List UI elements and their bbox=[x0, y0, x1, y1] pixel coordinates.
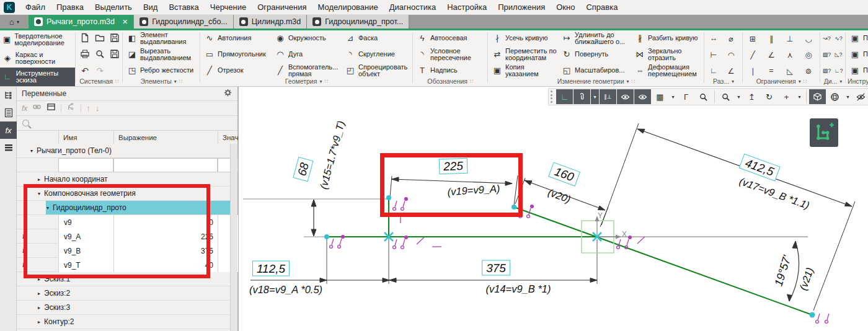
arc-dimension-icon[interactable]: ◠ bbox=[725, 50, 737, 60]
move-down-icon[interactable]: ↓ bbox=[95, 104, 100, 113]
rotate-button[interactable]: ↻Повернуть bbox=[558, 46, 631, 63]
concentric-constraint-icon[interactable]: ◎ bbox=[802, 50, 815, 60]
move-up-icon[interactable]: ↑ bbox=[86, 104, 91, 113]
tree-row-part[interactable]: ▾ Рычаги_прото (Тел-0) bbox=[17, 144, 230, 158]
menu-edit[interactable]: Правка bbox=[51, 2, 89, 12]
check-triangle-icon[interactable]: ◺? bbox=[833, 51, 845, 58]
menu-settings[interactable]: Настройка bbox=[441, 2, 492, 12]
toolbar-grip-handle[interactable] bbox=[551, 89, 556, 104]
menu-window[interactable]: Окно bbox=[551, 2, 580, 12]
collapse-icon[interactable]: ▸ bbox=[38, 305, 40, 311]
add-variable-fx-icon[interactable]: fx bbox=[22, 104, 27, 113]
section-dropdown-icon[interactable]: ▾ bbox=[839, 79, 842, 84]
panel-scrollbar[interactable] bbox=[230, 144, 237, 331]
angle-constraint-icon[interactable]: ∠ bbox=[765, 50, 777, 60]
auto-axis-button[interactable]: ϟАвтоосевая bbox=[414, 30, 487, 46]
fillet-button[interactable]: ◝Скругление bbox=[342, 46, 412, 63]
bisector-constraint-icon[interactable]: ⋏ bbox=[784, 50, 796, 60]
tree-row-sketch3[interactable]: ▸ Эскиз:3 bbox=[17, 301, 230, 315]
split-curve-button[interactable]: ∦Разбить кривую bbox=[631, 30, 704, 46]
tab-gidrocilindr-prot[interactable]: Гидроцилиндр_прот... bbox=[307, 15, 409, 29]
panel-menu-icon[interactable] bbox=[0, 139, 17, 156]
snap-constraint-icon[interactable]: ⊞ bbox=[746, 34, 759, 43]
expand-icon[interactable]: ▾ bbox=[30, 148, 33, 154]
section-dropdown-icon[interactable]: ▾ bbox=[174, 79, 177, 84]
angular-dimension-icon[interactable]: ∟ bbox=[707, 66, 720, 75]
symmetry-constraint-icon[interactable]: ◺ bbox=[784, 66, 796, 76]
mode-solid-modeling[interactable]: ▣ Твердотельное моделирование bbox=[0, 30, 75, 49]
open-document-icon[interactable] bbox=[95, 33, 105, 45]
dimension-375-formula[interactable]: (v14=v9_B *1) bbox=[485, 283, 551, 295]
autoline-button[interactable]: ∿Автолиния bbox=[201, 30, 272, 46]
conditional-intersection-button[interactable]: ◝Условное пересечение bbox=[414, 46, 487, 63]
redo-icon[interactable]: ↷ bbox=[96, 66, 104, 76]
zoom-dropdown-icon[interactable]: ▾ bbox=[735, 89, 743, 104]
panel-settings-gear-icon[interactable] bbox=[223, 88, 232, 99]
cut-extrude-button[interactable]: ◪Вырезать выдавливанием bbox=[123, 46, 200, 63]
new-expression-cell[interactable] bbox=[113, 158, 218, 172]
vertical-constraint-icon[interactable]: ∣ bbox=[746, 66, 759, 76]
save-as-icon[interactable] bbox=[110, 49, 120, 61]
show-constraints-button[interactable] bbox=[617, 89, 634, 104]
move-by-coordinates-button[interactable]: ⇄Переместить по координатам bbox=[489, 46, 558, 63]
zoom-area-button[interactable] bbox=[695, 89, 712, 104]
rotate-view-button[interactable]: ↻ bbox=[761, 89, 777, 104]
specification-icon[interactable] bbox=[0, 104, 17, 121]
column-header-expression[interactable]: Выражение bbox=[113, 131, 218, 144]
attach-dropdown-icon[interactable]: ▾ bbox=[591, 89, 599, 104]
pick-object-button[interactable]: ▣Подо... объек... bbox=[846, 30, 868, 46]
equidistant-constraint-icon[interactable]: ⊚ bbox=[802, 66, 815, 76]
check-smoothness-icon[interactable]: ∿? bbox=[833, 35, 845, 42]
menu-constraints[interactable]: Ограничения bbox=[252, 2, 312, 12]
cs-dropdown-icon[interactable]: ▾ bbox=[795, 89, 804, 104]
home-icon[interactable]: ⌂ bbox=[9, 17, 14, 27]
linear-dimension-icon[interactable]: ↔ bbox=[707, 34, 720, 43]
mode-wireframe-surfaces[interactable]: ◈ Каркас и поверхности bbox=[0, 49, 75, 68]
tree-row-sketch2[interactable]: ▸ Эскиз:2 bbox=[17, 286, 230, 301]
close-tab-icon[interactable]: ✕ bbox=[122, 18, 128, 26]
menu-draw[interactable]: Черчение bbox=[205, 2, 252, 12]
save-icon[interactable] bbox=[110, 33, 120, 45]
parallel-constraint-icon[interactable]: ∥ bbox=[765, 34, 777, 43]
check-curve-icon[interactable]: ↝? bbox=[821, 35, 833, 42]
dimension-112-formula[interactable]: (v18=v9_A *0.5) bbox=[249, 284, 322, 296]
menu-help[interactable]: Справка bbox=[580, 2, 623, 12]
grid-button[interactable]: ▦ bbox=[652, 89, 668, 104]
collapse-icon[interactable]: ▸ bbox=[38, 291, 40, 296]
trim-curve-button[interactable]: ∤Усечь кривую bbox=[489, 30, 558, 46]
tab-rychagi-proto[interactable]: Рычаги_прото.m3d ✕ bbox=[29, 15, 134, 29]
angle-dimension-icon[interactable]: ∠ bbox=[725, 66, 737, 76]
print-icon[interactable] bbox=[80, 49, 90, 61]
check-closed-button[interactable]: ▣Пров... замкн... bbox=[846, 46, 868, 63]
collapse-icon[interactable]: ▸ bbox=[38, 319, 40, 325]
model-tree-icon[interactable] bbox=[0, 87, 17, 104]
hide-objects-button[interactable] bbox=[852, 89, 868, 104]
ordinate-dimension-icon[interactable]: ⊢ bbox=[707, 50, 720, 60]
diameter-dimension-icon[interactable]: ⌀ bbox=[725, 34, 737, 43]
dimension-375-value[interactable]: 375 bbox=[482, 260, 510, 276]
link-variable-icon[interactable] bbox=[32, 102, 42, 114]
circle-button[interactable]: ◉Окружность bbox=[272, 30, 342, 46]
perpendicular-constraint-icon[interactable]: ⊥ bbox=[784, 34, 796, 43]
tangent-constraint-icon[interactable]: ◡ bbox=[802, 34, 815, 43]
menu-applications[interactable]: Приложения bbox=[492, 2, 551, 12]
extrude-element-button[interactable]: ◧Элемент выдавливания bbox=[123, 30, 200, 46]
orientation-button[interactable]: ↥ bbox=[743, 89, 760, 104]
menu-file[interactable]: Файл bbox=[20, 2, 51, 12]
new-name-cell[interactable] bbox=[58, 158, 113, 172]
undo-icon[interactable]: ↶ bbox=[81, 66, 89, 76]
section-grip-icon[interactable]: ∷ bbox=[804, 78, 807, 84]
equal-constraint-icon[interactable]: = bbox=[765, 66, 777, 75]
section-dropdown-icon[interactable]: ▾ bbox=[732, 79, 734, 84]
variables-panel-icon[interactable]: fx bbox=[0, 121, 17, 139]
app-logo-icon[interactable]: K bbox=[4, 2, 15, 13]
menu-diagnostics[interactable]: Диагностика bbox=[384, 2, 441, 12]
sketch-edit-indicator[interactable] bbox=[810, 118, 838, 147]
check-area-icon[interactable]: ▨? bbox=[821, 51, 833, 58]
new-variable-row[interactable] bbox=[17, 158, 230, 172]
section-grip-icon[interactable]: ∷ bbox=[470, 78, 474, 84]
tab-cilindr[interactable]: Цилиндр.m3d bbox=[234, 15, 307, 29]
mirror-button[interactable]: ⋈Зеркально отразить bbox=[631, 46, 704, 63]
search-input[interactable] bbox=[34, 118, 210, 128]
menu-select[interactable]: Выделить bbox=[89, 2, 138, 12]
